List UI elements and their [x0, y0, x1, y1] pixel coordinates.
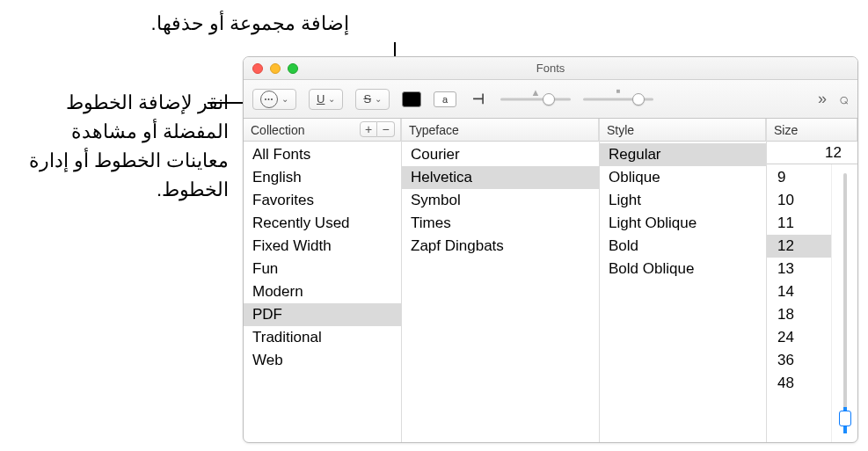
shadow-blur-slider[interactable]: ■	[583, 89, 653, 110]
size-item[interactable]: 24	[767, 326, 831, 349]
slider-knob[interactable]	[632, 93, 645, 105]
collection-header-label: Collection	[251, 123, 304, 137]
text-color-swatch[interactable]	[402, 91, 421, 107]
typeface-column: Typeface CourierHelveticaSymbolTimesZapf…	[402, 119, 600, 442]
style-item[interactable]: Oblique	[600, 166, 766, 189]
size-item[interactable]: 12	[767, 235, 831, 258]
slider-knob[interactable]	[543, 93, 555, 105]
collection-item[interactable]: Fixed Width	[244, 235, 401, 258]
collection-column: Collection + − All FontsEnglishFavorites…	[244, 119, 402, 442]
style-item[interactable]: Light Oblique	[600, 212, 766, 235]
collection-item[interactable]: English	[244, 166, 401, 189]
slider-track	[500, 98, 571, 100]
collection-item[interactable]: Recently Used	[244, 212, 401, 235]
collection-item[interactable]: Favorites	[244, 189, 401, 212]
shadow-opacity-slider[interactable]: ▲	[500, 89, 571, 110]
size-item[interactable]: 9	[767, 166, 831, 189]
collection-item[interactable]: Web	[244, 349, 401, 372]
chevron-down-icon: ⌄	[328, 94, 335, 104]
slider-knob[interactable]	[839, 411, 851, 426]
collection-item[interactable]: Fun	[244, 258, 401, 280]
triangle-icon: ▲	[531, 87, 541, 98]
typeface-item[interactable]: Courier	[402, 143, 599, 166]
window-title: Fonts	[536, 62, 565, 75]
size-list[interactable]: 9101112131418243648	[767, 164, 831, 442]
search-icon[interactable]: ⌕	[839, 90, 849, 108]
collection-item[interactable]: Modern	[244, 280, 401, 303]
chevron-down-icon: ⌄	[375, 94, 382, 104]
typeface-item[interactable]: Times	[402, 212, 599, 235]
style-item[interactable]: Bold	[600, 235, 766, 258]
square-icon: ■	[616, 87, 621, 95]
more-icon: •••	[260, 91, 278, 108]
size-item[interactable]: 14	[767, 280, 831, 303]
typeface-header: Typeface	[402, 119, 599, 142]
fonts-window: Fonts ••• ⌄ U ⌄ S ⌄ a ⊣ ▲ ■ » ⌕	[243, 56, 858, 443]
style-header-label: Style	[607, 123, 634, 137]
zoom-button[interactable]	[288, 63, 298, 74]
strikethrough-icon: S	[363, 92, 371, 105]
collection-item[interactable]: All Fonts	[244, 143, 401, 166]
collection-item[interactable]: PDF	[244, 303, 401, 326]
slider-track	[843, 173, 847, 433]
collection-item[interactable]: Traditional	[244, 326, 401, 349]
size-item[interactable]: 10	[767, 189, 831, 212]
toolbar: ••• ⌄ U ⌄ S ⌄ a ⊣ ▲ ■ » ⌕	[244, 80, 857, 119]
typeface-item[interactable]: Helvetica	[402, 166, 599, 189]
style-item[interactable]: Regular	[600, 143, 766, 166]
document-color-swatch[interactable]: a	[434, 91, 456, 107]
typeface-header-label: Typeface	[409, 123, 459, 137]
collection-header: Collection + −	[244, 119, 401, 142]
size-item[interactable]: 36	[767, 349, 831, 372]
size-area: 9101112131418243648	[767, 164, 857, 442]
size-item[interactable]: 13	[767, 258, 831, 280]
size-item[interactable]: 48	[767, 372, 831, 395]
style-header: Style	[600, 119, 766, 142]
size-header-label: Size	[774, 123, 798, 137]
callout-add-remove-group: إضافة مجموعة أو حذفها.	[151, 9, 349, 38]
size-item[interactable]: 18	[767, 303, 831, 326]
typeface-list[interactable]: CourierHelveticaSymbolTimesZapf Dingbats	[402, 142, 599, 442]
minimize-button[interactable]	[270, 63, 281, 74]
style-item[interactable]: Bold Oblique	[600, 258, 766, 280]
style-column: Style RegularObliqueLightLight ObliqueBo…	[600, 119, 767, 442]
size-slider[interactable]	[831, 164, 857, 442]
add-collection-button[interactable]: +	[360, 121, 377, 137]
overflow-icon[interactable]: »	[818, 90, 827, 108]
strikethrough-button[interactable]: S ⌄	[355, 89, 390, 110]
text-shadow-button[interactable]: ⊣	[469, 89, 488, 110]
close-button[interactable]	[252, 63, 263, 74]
collection-add-remove: + −	[360, 121, 395, 137]
size-column: Size 12 9101112131418243648	[767, 119, 857, 442]
size-current-field[interactable]: 12	[767, 142, 857, 164]
titlebar: Fonts	[244, 57, 857, 80]
remove-collection-button[interactable]: −	[377, 121, 395, 137]
typeface-item[interactable]: Symbol	[402, 189, 599, 212]
collection-list[interactable]: All FontsEnglishFavoritesRecently UsedFi…	[244, 142, 401, 442]
more-actions-button[interactable]: ••• ⌄	[252, 89, 296, 110]
typeface-item[interactable]: Zapf Dingbats	[402, 235, 599, 258]
chevron-down-icon: ⌄	[281, 94, 288, 104]
window-controls	[244, 63, 298, 74]
size-header: Size	[767, 119, 857, 142]
size-item[interactable]: 11	[767, 212, 831, 235]
callout-leader-line	[208, 102, 243, 104]
style-list[interactable]: RegularObliqueLightLight ObliqueBoldBold…	[600, 142, 766, 442]
underline-icon: U	[317, 92, 325, 105]
font-browser: Collection + − All FontsEnglishFavorites…	[244, 119, 857, 442]
underline-button[interactable]: U ⌄	[309, 89, 343, 110]
callout-manage-fonts: انقر لإضافة الخطوط المفضلة أو مشاهدة معا…	[9, 88, 229, 204]
style-item[interactable]: Light	[600, 189, 766, 212]
